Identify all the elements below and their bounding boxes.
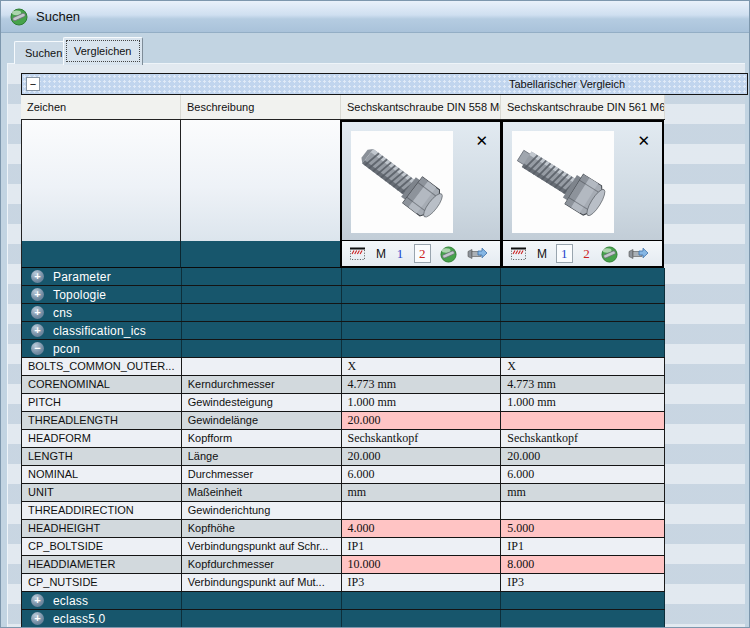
attribute-row[interactable]: NOMINAL Durchmesser 6.000 6.000 (22, 466, 665, 484)
expand-icon[interactable]: + (31, 612, 44, 625)
expand-icon[interactable]: + (31, 324, 44, 337)
collapse-icon[interactable]: − (31, 342, 44, 355)
section-label: Topologie (53, 288, 106, 302)
suchen-dialog: Suchen Suchen Vergleichen − Tabellarisch… (0, 0, 750, 628)
section-label: eclass (53, 594, 88, 608)
product-1-toolbar: M 1 2 (340, 241, 502, 268)
attribute-row-diff[interactable]: THREADLENGTH Gewindelänge 20.000 (22, 412, 665, 430)
insert-part-icon[interactable] (467, 246, 485, 262)
attribute-row[interactable]: UNIT Maßeinheit mm mm (22, 484, 665, 502)
expand-icon[interactable]: + (31, 594, 44, 607)
window-title: Suchen (36, 9, 80, 24)
collapse-table-button[interactable]: − (26, 77, 40, 91)
view-2-button[interactable]: 2 (582, 246, 592, 262)
tab-vergleichen[interactable]: Vergleichen (63, 37, 143, 65)
comparison-table: +Parameter +Topologie +cns +classificati… (21, 268, 665, 628)
close-icon[interactable]: ✕ (475, 134, 488, 149)
view-1-button-selected[interactable]: 1 (556, 244, 573, 263)
section-row-classification-ics[interactable]: +classification_ics (22, 322, 665, 340)
attribute-row[interactable]: CP_NUTSIDE Verbindungspunkt auf Mut... I… (22, 574, 665, 592)
column-header-beschreibung[interactable]: Beschreibung (181, 95, 341, 119)
measure-button[interactable]: M (537, 247, 547, 261)
column-header-row: Zeichen Beschreibung Sechskantschraube D… (21, 95, 665, 120)
attribute-row[interactable]: HEADFORM Kopfform Sechskantkopf Sechskan… (22, 430, 665, 448)
section-row-pcon[interactable]: −pcon (22, 340, 665, 358)
product-2-toolbar: M 1 2 (501, 241, 664, 268)
section-row-eclass[interactable]: +eclass (22, 592, 665, 610)
part-search-icon[interactable] (440, 246, 458, 262)
attribute-row-diff[interactable]: HEADDIAMETER Kopfdurchmesser 10.000 8.00… (22, 556, 665, 574)
image-row-empty-cell (21, 120, 181, 241)
product-1-image-cell: ✕ (340, 120, 502, 242)
toolbar-row-filler (181, 241, 341, 268)
part-search-icon[interactable] (601, 246, 619, 262)
column-header-product-1[interactable]: Sechskantschraube DIN 558 M6 (341, 95, 501, 119)
group-title: Tabellarischer Vergleich (509, 78, 625, 90)
attribute-row[interactable]: LENGTH Länge 20.000 20.000 (22, 448, 665, 466)
close-icon[interactable]: ✕ (637, 134, 650, 149)
toolbar-row-filler (21, 241, 181, 268)
image-row-empty-cell (181, 120, 341, 241)
attribute-row[interactable]: PITCH Gewindesteigung 1.000 mm 1.000 mm (22, 394, 665, 412)
section-row-parameter[interactable]: +Parameter (22, 268, 665, 286)
section-label: classification_ics (53, 324, 146, 338)
column-header-zeichen[interactable]: Zeichen (21, 95, 181, 119)
expand-icon[interactable]: + (31, 306, 44, 319)
attribute-row[interactable]: THREADDIRECTION Gewinderichtung (22, 502, 665, 520)
attribute-row-diff[interactable]: HEADHEIGHT Kopfhöhe 4.000 5.000 (22, 520, 665, 538)
expand-icon[interactable]: + (31, 270, 44, 283)
section-label: Parameter (53, 270, 111, 284)
datasheet-icon[interactable] (349, 246, 367, 262)
section-label: eclass5.0 (53, 612, 106, 626)
expand-icon[interactable]: + (31, 288, 44, 301)
section-row-cns[interactable]: +cns (22, 304, 665, 322)
attribute-row[interactable]: BOLTS_COMMON_OUTER... X X (22, 358, 665, 376)
section-label: cns (53, 306, 72, 320)
attribute-row[interactable]: CP_BOLTSIDE Verbindungspunkt auf Schr...… (22, 538, 665, 556)
datasheet-icon[interactable] (510, 246, 528, 262)
table-group-header: − Tabellarischer Vergleich (21, 73, 748, 95)
app-wrench-icon (10, 8, 28, 26)
product-2-preview[interactable] (512, 131, 614, 233)
section-row-eclass5[interactable]: +eclass5.0 (22, 610, 665, 628)
section-label: pcon (53, 342, 80, 356)
product-1-preview[interactable] (351, 131, 453, 233)
measure-button[interactable]: M (376, 247, 386, 261)
column-header-product-2[interactable]: Sechskantschraube DIN 561 M6 (501, 95, 665, 119)
product-2-image-cell: ✕ (501, 120, 664, 242)
attribute-row[interactable]: CORENOMINAL Kerndurchmesser 4.773 mm 4.7… (22, 376, 665, 394)
section-row-topologie[interactable]: +Topologie (22, 286, 665, 304)
view-1-button[interactable]: 1 (395, 246, 405, 262)
view-2-button-selected[interactable]: 2 (414, 244, 431, 263)
title-bar[interactable]: Suchen (1, 1, 750, 33)
insert-part-icon[interactable] (628, 246, 646, 262)
